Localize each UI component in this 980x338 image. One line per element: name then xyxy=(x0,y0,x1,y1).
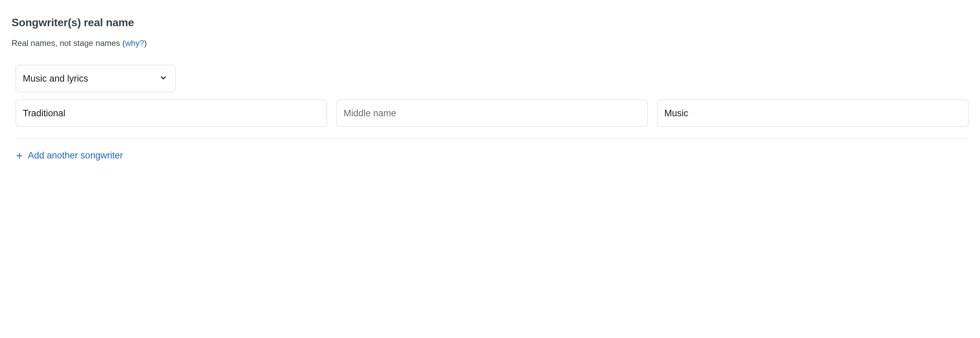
songwriter-form: Music and lyrics Add another songwriter xyxy=(11,65,969,161)
section-title: Songwriter(s) real name xyxy=(11,16,969,29)
role-select[interactable]: Music and lyrics xyxy=(16,65,176,92)
helper-prefix: Real names, not stage names ( xyxy=(11,38,125,48)
plus-icon xyxy=(16,152,23,159)
last-name-input[interactable] xyxy=(657,100,969,127)
name-row xyxy=(16,100,969,127)
role-select-wrap: Music and lyrics xyxy=(16,65,176,92)
first-name-input[interactable] xyxy=(16,100,327,127)
helper-suffix: ) xyxy=(144,38,147,48)
divider xyxy=(16,138,969,139)
add-songwriter-button[interactable]: Add another songwriter xyxy=(16,150,123,161)
helper-text: Real names, not stage names (why?) xyxy=(11,38,969,48)
middle-name-input[interactable] xyxy=(337,100,648,127)
add-songwriter-label: Add another songwriter xyxy=(28,150,123,161)
why-link[interactable]: why? xyxy=(125,38,144,48)
